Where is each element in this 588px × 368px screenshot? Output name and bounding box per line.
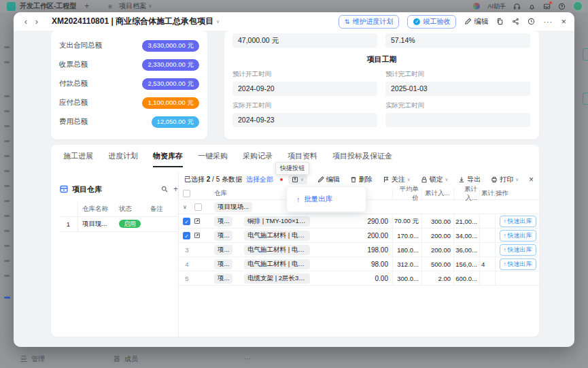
row-checkbox[interactable]: ✓ bbox=[183, 232, 190, 239]
copy-icon[interactable] bbox=[496, 18, 504, 25]
back-arrow-button[interactable]: ‹ bbox=[20, 16, 31, 27]
avg-price-cell: 70.00 元 bbox=[393, 214, 422, 228]
more-actions-button[interactable]: ··· bbox=[543, 18, 553, 26]
manage-label[interactable]: 管理 bbox=[31, 354, 45, 364]
forward-arrow-button[interactable]: › bbox=[31, 16, 42, 27]
inventory-row[interactable]: 4 项... 电气施工材料 | 电缆桥架 材质:... 98.00 312.0.… bbox=[179, 257, 540, 271]
flag-icon bbox=[383, 176, 390, 183]
quick-outbound-button[interactable]: ↑快速出库 bbox=[500, 244, 536, 256]
col-total-in-1: 累计入... bbox=[422, 188, 454, 199]
lock-button[interactable]: 锁定 ∨ bbox=[421, 175, 449, 184]
export-button[interactable]: 导出 bbox=[458, 175, 481, 184]
tab-schedule-plan[interactable]: 进度计划 bbox=[108, 151, 138, 167]
bottom-more-button[interactable]: ··· bbox=[244, 355, 251, 363]
members-label[interactable]: 成员 bbox=[124, 354, 138, 364]
quick-outbound-button[interactable]: ↑快速出库 bbox=[500, 230, 536, 241]
trash-icon bbox=[350, 176, 357, 183]
ai-assistant-icon[interactable] bbox=[473, 3, 480, 10]
upload-icon: ↑ bbox=[504, 261, 506, 267]
share-icon[interactable] bbox=[512, 18, 519, 25]
select-all-link[interactable]: 选择全部 bbox=[246, 175, 273, 184]
ai-assistant-label[interactable]: AI助手 bbox=[487, 2, 506, 11]
chevron-down-icon: ∨ bbox=[515, 177, 519, 182]
group-label-tag: 项目现场... bbox=[214, 202, 252, 212]
row-checkbox[interactable]: ✓ bbox=[183, 218, 190, 225]
group-checkbox[interactable] bbox=[194, 203, 202, 211]
date-field: 实际完工时间 bbox=[385, 101, 530, 127]
print-button[interactable]: 打印 ∨ bbox=[491, 175, 519, 184]
workspace-tab[interactable]: 开发工作区-工程型 bbox=[20, 1, 76, 11]
batch-outbound-menu-item[interactable]: ↑ 批量出库 bbox=[287, 195, 332, 204]
date-field-value: 2024-09-20 bbox=[232, 82, 377, 96]
warehouse-table-header: 仓库名称 状态 备注 bbox=[59, 202, 178, 217]
chevron-down-icon: ∨ bbox=[148, 3, 152, 9]
inventory-row[interactable]: ✓ 项... 电气施工材料 | 电缆桥架 材质:... 200.00 170.0… bbox=[179, 229, 540, 243]
quick-outbound-button[interactable]: ↑快速出库 bbox=[500, 258, 536, 270]
close-selection-button[interactable]: × bbox=[529, 175, 534, 184]
batch-action-dropdown-button[interactable]: ∨ bbox=[288, 175, 307, 184]
pencil-icon bbox=[464, 18, 472, 25]
warehouse-row[interactable]: 1 项目现... 启用 bbox=[59, 217, 178, 232]
warehouse-tag: 项... bbox=[214, 245, 232, 255]
edit-rows-button[interactable]: 编辑 bbox=[317, 175, 340, 184]
follow-button[interactable]: 关注 ∨ bbox=[383, 175, 411, 184]
collapse-chevron-icon[interactable]: ∨ bbox=[183, 204, 191, 210]
row-number: 3 bbox=[183, 246, 191, 254]
col-total-in-2: 累计入... bbox=[454, 188, 480, 199]
tab-bidding-deposit[interactable]: 项目投标及保证金 bbox=[332, 151, 392, 167]
inventory-row[interactable]: 5 项... 电缆支架 | 2层长300mm | 套 0.00 300.0...… bbox=[179, 271, 540, 286]
finance-value-pill: 1,100,000.00 元 bbox=[142, 97, 199, 109]
open-record-icon[interactable] bbox=[194, 232, 201, 239]
headset-icon[interactable] bbox=[513, 3, 521, 10]
members-icon: 器 bbox=[114, 354, 120, 364]
warehouse-tag: 项... bbox=[214, 216, 232, 227]
clipped-cell bbox=[480, 271, 496, 285]
quick-outbound-button[interactable]: ↑快速出库 bbox=[500, 216, 536, 227]
date-field: 实际开工时间 2024-09-23 bbox=[232, 101, 377, 127]
total-in2-cell: 21,00... bbox=[454, 214, 480, 228]
lock-icon bbox=[421, 176, 428, 183]
search-icon[interactable] bbox=[161, 186, 168, 193]
tab-construction-progress[interactable]: 施工进展 bbox=[63, 151, 93, 167]
inventory-panel: 已选择 2 / 5 条数据 选择全部 ∨ 编辑 删除 bbox=[178, 172, 539, 337]
delete-rows-button[interactable]: 删除 bbox=[350, 175, 373, 184]
sidebar-active-item[interactable] bbox=[4, 297, 10, 299]
add-warehouse-button[interactable]: + bbox=[173, 184, 178, 194]
total-in1-cell: 200.00 bbox=[422, 229, 454, 242]
finance-row: 付款总额 2,530,000.00 元 bbox=[59, 76, 199, 92]
warehouse-name-cell: 项目现... bbox=[78, 220, 118, 229]
project-title: XM2024110801 | 商业综合体施工总承包项目 bbox=[52, 16, 213, 27]
maintain-schedule-button[interactable]: ⇅ 维护进度计划 bbox=[339, 15, 400, 29]
total-in2-cell: 36,00... bbox=[454, 243, 480, 256]
inventory-row[interactable]: 3 项... 电气施工材料 | 电缆桥架 材质:... 198.00 180.0… bbox=[179, 243, 540, 257]
bell-icon[interactable] bbox=[528, 3, 536, 10]
modal-close-button[interactable]: × bbox=[561, 16, 566, 27]
nav-menu-project-archive[interactable]: 项目档案 bbox=[119, 1, 146, 11]
avg-price-cell: 180.0... bbox=[393, 243, 422, 256]
history-clock-icon[interactable] bbox=[528, 18, 535, 25]
tab-material-inventory[interactable]: 物资库存 bbox=[153, 151, 183, 167]
completion-acceptance-button[interactable]: ✓ 竣工验收 bbox=[407, 15, 456, 29]
finance-row: 应付总额 1,100,000.00 元 bbox=[59, 95, 199, 111]
open-record-icon[interactable] bbox=[194, 218, 201, 224]
tab-purchase-records[interactable]: 采购记录 bbox=[243, 151, 273, 167]
user-avatar[interactable] bbox=[573, 1, 583, 11]
screen: 开发工作区-工程型 + ≡ 项目档案 ∨ AI助手 亖 管理 器 成员 ··· bbox=[0, 0, 588, 368]
finance-label: 应付总额 bbox=[59, 98, 88, 107]
inventory-row[interactable]: ✓ 项... 铜排 | TMY-100×10 | 米 290.00 70.00 … bbox=[179, 214, 540, 229]
total-in1-cell: 2.00 bbox=[422, 271, 454, 285]
hidden-teal-button-edge bbox=[583, 93, 588, 105]
edit-button[interactable]: 编辑 bbox=[464, 17, 488, 27]
title-chevron-icon[interactable]: ∨ bbox=[216, 19, 220, 24]
warehouse-tag: 项... bbox=[214, 273, 232, 284]
help-icon[interactable] bbox=[558, 3, 566, 10]
total-in2-cell: 156,0... bbox=[454, 257, 480, 271]
new-tab-button[interactable]: + bbox=[84, 1, 89, 11]
chevron-down-icon: ∨ bbox=[445, 177, 449, 182]
tab-one-click-purchase[interactable]: 一键采购 bbox=[198, 151, 228, 167]
inbox-icon[interactable] bbox=[543, 3, 551, 10]
total-in2-cell: 34,00... bbox=[454, 229, 480, 242]
select-all-checkbox[interactable] bbox=[183, 190, 190, 197]
row-number: 4 bbox=[183, 261, 191, 268]
hamburger-icon[interactable]: ≡ bbox=[108, 3, 112, 10]
